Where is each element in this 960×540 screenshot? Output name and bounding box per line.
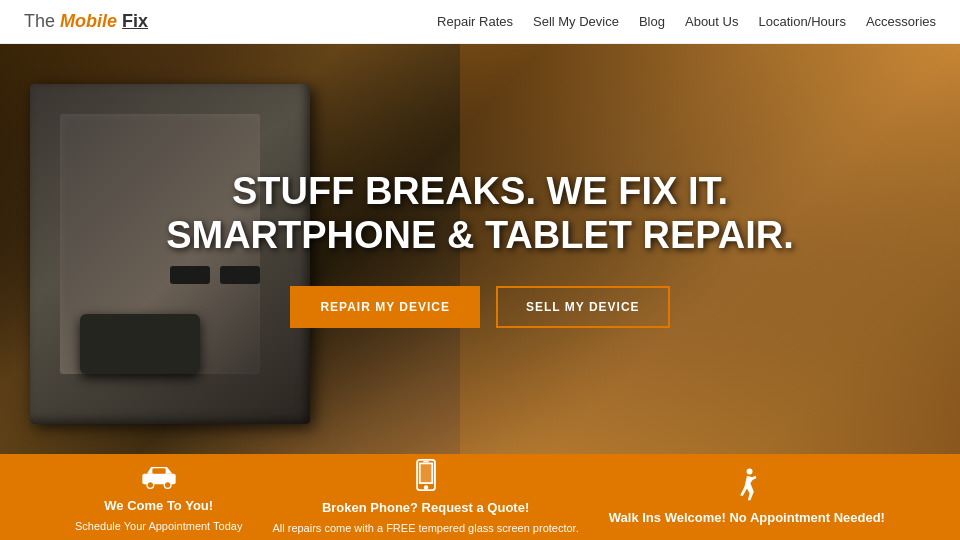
hero-title: STUFF BREAKS. WE FIX IT. SMARTPHONE & TA…	[166, 170, 794, 257]
phone-label-normal: All repairs come with a FREE tempered gl…	[272, 521, 578, 535]
main-nav: Repair Rates Sell My Device Blog About U…	[437, 14, 936, 29]
car-icon	[139, 460, 179, 490]
logo-the: The	[24, 11, 55, 31]
walk-label-bold: Walk Ins Welcome! No Appointment Needed!	[609, 510, 885, 527]
walk-icon	[733, 468, 761, 502]
bottom-bar: We Come To You! Schedule Your Appointmen…	[0, 454, 960, 540]
bottom-item-phone[interactable]: Broken Phone? Request a Quote! All repai…	[272, 458, 578, 535]
logo-fix: Fix	[122, 11, 148, 31]
logo: The Mobile Fix	[24, 11, 148, 32]
nav-accessories[interactable]: Accessories	[866, 14, 936, 29]
svg-rect-5	[419, 464, 432, 484]
nav-repair-rates[interactable]: Repair Rates	[437, 14, 513, 29]
svg-point-1	[147, 482, 154, 489]
car-label-normal: Schedule Your Appointment Today	[75, 519, 242, 533]
phone-icon	[414, 458, 438, 492]
phone-label-bold: Broken Phone? Request a Quote!	[322, 500, 529, 517]
sell-device-button[interactable]: SELL MY DEVICE	[496, 286, 670, 328]
svg-rect-3	[152, 469, 165, 474]
hero-section: STUFF BREAKS. WE FIX IT. SMARTPHONE & TA…	[0, 44, 960, 454]
car-label-bold: We Come To You!	[104, 498, 213, 515]
bottom-item-car[interactable]: We Come To You! Schedule Your Appointmen…	[75, 460, 242, 533]
header: The Mobile Fix Repair Rates Sell My Devi…	[0, 0, 960, 44]
nav-about-us[interactable]: About Us	[685, 14, 738, 29]
hero-title-line1: STUFF BREAKS. WE FIX IT.	[232, 170, 728, 212]
nav-blog[interactable]: Blog	[639, 14, 665, 29]
hero-buttons: REPAIR MY DEVICE SELL MY DEVICE	[166, 286, 794, 328]
bottom-item-walk[interactable]: Walk Ins Welcome! No Appointment Needed!	[609, 468, 885, 527]
logo-mobile: Mobile	[60, 11, 117, 31]
svg-point-2	[164, 482, 171, 489]
nav-sell-device[interactable]: Sell My Device	[533, 14, 619, 29]
nav-location-hours[interactable]: Location/Hours	[758, 14, 845, 29]
hero-content: STUFF BREAKS. WE FIX IT. SMARTPHONE & TA…	[166, 170, 794, 327]
hero-title-line2: SMARTPHONE & TABLET REPAIR.	[166, 214, 794, 256]
repair-device-button[interactable]: REPAIR MY DEVICE	[290, 286, 480, 328]
svg-point-6	[424, 487, 427, 490]
svg-point-8	[746, 468, 752, 474]
